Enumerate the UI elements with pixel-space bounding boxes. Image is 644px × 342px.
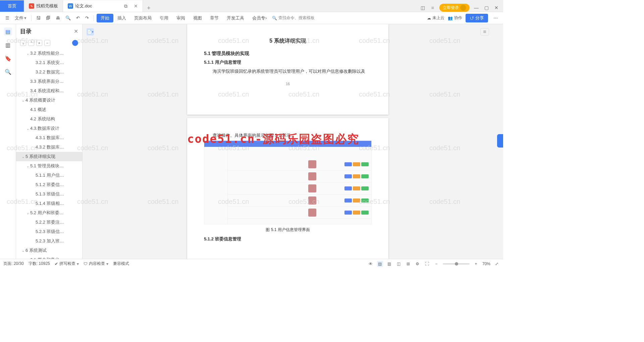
document-area[interactable]: 📄▾ ≡ 5 系统详细实现 5.1 管理员模块的实现 5.1.1 用户信息管理 … xyxy=(83,24,493,259)
toc-item[interactable]: ⌄3.2 系统性能分… xyxy=(16,49,82,58)
toc-item[interactable]: 5.2.2 班委注… xyxy=(16,218,82,227)
toc-item[interactable]: 3.3 系统界面分… xyxy=(16,77,82,86)
save-icon[interactable]: 🖫 xyxy=(34,14,43,22)
toc-item-label: 3.3 系统界面分… xyxy=(30,78,64,84)
save-as-icon[interactable]: 🗐 xyxy=(44,14,52,22)
toc-item[interactable]: 5.1.4 班级相… xyxy=(16,199,82,208)
collab-button[interactable]: 👥 协作 xyxy=(448,15,462,21)
toc-item[interactable]: 5.1.3 班级信… xyxy=(16,189,82,199)
toc-item-label: 5.1.1 用户信… xyxy=(36,172,64,178)
rail-search-icon[interactable]: 🔍 xyxy=(4,68,12,76)
status-eye-icon[interactable]: 👁 xyxy=(368,261,374,267)
menu-member[interactable]: 会员专› xyxy=(248,14,271,22)
view-web-icon[interactable]: ⊞ xyxy=(405,261,411,267)
toc-item[interactable]: 4.2 系统结构 xyxy=(16,114,82,124)
cloud-icon: ☁ xyxy=(427,16,431,20)
zoom-in-icon[interactable]: + xyxy=(473,261,479,267)
zoom-value[interactable]: 70% xyxy=(482,262,490,266)
toc-item[interactable]: ⌄4 系统概要设计 xyxy=(16,96,82,105)
panel-toggle-icon[interactable]: ≡ xyxy=(480,28,489,36)
menu-review[interactable]: 审阅 xyxy=(172,14,189,22)
toc-item[interactable]: ⌄4.3.数据库设计 xyxy=(16,124,82,133)
view-read-icon[interactable]: ◫ xyxy=(396,261,402,267)
menu-view[interactable]: 视图 xyxy=(189,14,206,22)
rail-outline-icon[interactable]: ▤ xyxy=(4,27,12,36)
menu-layout[interactable]: 页面布局 xyxy=(130,14,156,22)
window-close-icon[interactable]: ✕ xyxy=(493,4,500,11)
fullscreen-icon[interactable]: ⤢ xyxy=(494,261,500,267)
tab-close-icon[interactable]: ✕ xyxy=(134,3,138,9)
split-icon[interactable]: ◫ xyxy=(419,4,426,11)
toc-item[interactable]: 4.3.1 数据库… xyxy=(16,133,82,142)
apps-icon[interactable]: ⌗ xyxy=(429,4,436,11)
status-compat[interactable]: 兼容模式 xyxy=(113,261,129,267)
toc-item[interactable]: 5.2.3 加入班… xyxy=(16,236,82,246)
menu-insert[interactable]: 插入 xyxy=(113,14,130,22)
toolbar-more-icon[interactable]: ⋯ xyxy=(491,14,500,22)
menu-reference[interactable]: 引用 xyxy=(156,14,172,22)
main-area: ▤ ▥ 🔖 🔍 目录 ✕ ⌄ ⌃ + − ⌄3.2 系统性能分…3.2.1 系统… xyxy=(0,24,503,259)
tab-template[interactable]: ✎ 找稻壳模板 xyxy=(24,0,63,12)
toc-item[interactable]: 6.1 概念和意义 xyxy=(16,255,82,259)
toc-item[interactable]: ⌄5.2 用户和班委… xyxy=(16,208,82,218)
status-spellcheck[interactable]: ✔拼写检查▾ xyxy=(55,261,79,267)
toc-item[interactable]: ⌄5.1 管理员模块… xyxy=(16,161,82,171)
command-search[interactable]: 🔍 查找命令、搜索模板 xyxy=(272,15,315,21)
toc-item[interactable]: 4.3.2 数据库… xyxy=(16,142,82,152)
toc-remove-icon[interactable]: − xyxy=(44,40,50,46)
hamburger-button[interactable]: ☰ xyxy=(3,14,11,22)
toc-expand-icon[interactable]: ⌃ xyxy=(28,40,34,46)
status-contentcheck[interactable]: 🛡内容检查▾ xyxy=(84,261,108,267)
toc-item[interactable]: ⌄5 系统详细实现 xyxy=(16,152,82,161)
toc-collapse-icon[interactable]: ⌄ xyxy=(20,40,26,46)
zoom-out-icon[interactable]: − xyxy=(433,261,439,267)
toc-item[interactable]: 5.2.3 班级信… xyxy=(16,227,82,236)
toc-item-label: 5.2 用户和班委… xyxy=(30,210,64,216)
toc-add-icon[interactable]: + xyxy=(36,40,42,46)
view-page-icon[interactable]: ▤ xyxy=(377,261,383,267)
window-maximize-icon[interactable]: ▢ xyxy=(483,4,490,11)
toc-item[interactable]: 5.1.1 用户信… xyxy=(16,171,82,180)
toc-item[interactable]: 3.2.1 系统安… xyxy=(16,58,82,67)
menu-chapter[interactable]: 章节 xyxy=(206,14,223,22)
share-button[interactable]: ⮍ 分享 xyxy=(466,14,488,22)
file-menu[interactable]: 文件▾ xyxy=(13,14,29,22)
login-button[interactable]: 立即登录 xyxy=(439,4,470,12)
window-minimize-icon[interactable]: — xyxy=(473,4,480,11)
page-mode-icon[interactable]: 📄▾ xyxy=(87,28,94,36)
toc-item[interactable]: ⌄6 系统测试 xyxy=(16,246,82,255)
tab-home[interactable]: 首页 xyxy=(0,0,24,12)
tab-add-button[interactable]: + xyxy=(143,5,155,12)
toc-sync-icon[interactable] xyxy=(72,40,78,46)
status-page[interactable]: 页面: 20/30 xyxy=(3,261,24,267)
collab-icon: 👥 xyxy=(448,16,453,20)
zoom-slider[interactable] xyxy=(443,263,470,265)
toc-title: 目录 xyxy=(20,27,74,35)
undo-icon[interactable]: ↶ xyxy=(74,14,82,22)
rail-thumbs-icon[interactable]: ▥ xyxy=(4,41,12,49)
toc-item[interactable]: 3.2.2 数据完… xyxy=(16,67,82,77)
status-words[interactable]: 字数: 10925 xyxy=(29,261,50,267)
toc-item[interactable]: 4.1 概述 xyxy=(16,105,82,114)
redo-icon[interactable]: ↷ xyxy=(83,14,91,22)
view-settings-icon[interactable]: ⚙ xyxy=(415,261,421,267)
menu-devtools[interactable]: 开发工具 xyxy=(223,14,248,22)
print-preview-icon[interactable]: 🔍 xyxy=(63,14,73,22)
toc-item-label: 5.1.3 班级信… xyxy=(36,191,64,197)
tab-document[interactable]: W 论文.doc ⧉ ✕ xyxy=(63,0,143,12)
rail-bookmark-icon[interactable]: 🔖 xyxy=(4,54,12,62)
print-icon[interactable]: 🖶 xyxy=(54,14,62,22)
toc-item-label: 5.1.4 班级相… xyxy=(36,201,64,207)
docer-icon: ✎ xyxy=(29,3,34,9)
side-drawer-tab[interactable] xyxy=(497,134,503,148)
tab-popout-icon[interactable]: ⧉ xyxy=(122,3,129,9)
view-outline-icon[interactable]: ▥ xyxy=(386,261,392,267)
chevron-down-icon: ⌄ xyxy=(25,211,30,215)
cloud-status[interactable]: ☁ 未上云 xyxy=(427,15,444,21)
toc-item[interactable]: 5.1.2 班委信… xyxy=(16,180,82,189)
toc-close-icon[interactable]: ✕ xyxy=(74,28,78,35)
toc-item[interactable]: 3.4 系统流程和… xyxy=(16,86,82,96)
zoom-fit-icon[interactable]: ⛶ xyxy=(424,261,430,267)
menu-start[interactable]: 开始 xyxy=(97,14,113,22)
avatar-icon xyxy=(460,5,466,11)
